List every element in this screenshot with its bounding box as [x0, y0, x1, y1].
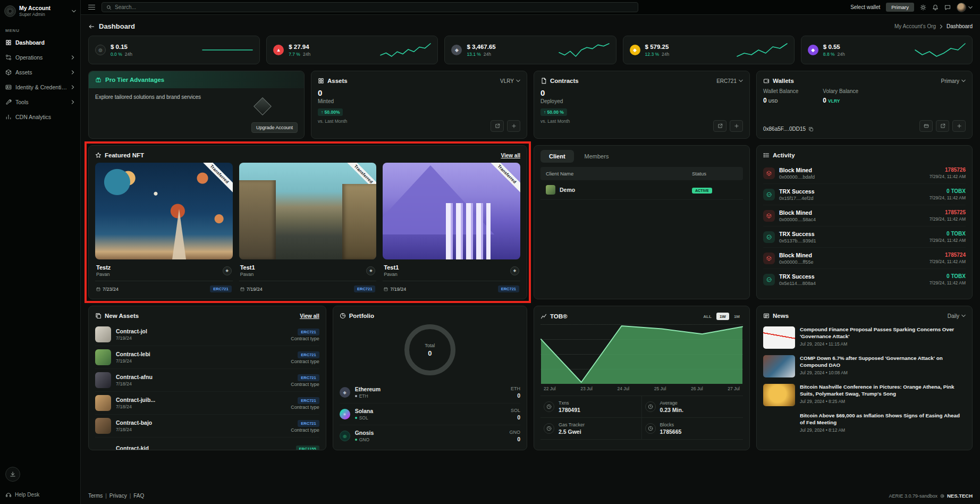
sidebar-item-dashboard[interactable]: Dashboard — [0, 35, 80, 50]
contracts-add-button[interactable] — [730, 120, 743, 132]
block-mined-icon — [763, 253, 775, 264]
wallet-filter-dropdown[interactable]: Primary — [941, 78, 966, 84]
ticker-polygon[interactable]: ◆ $ 0.55 8.8 %24h — [801, 36, 973, 64]
assets-card: Assets VLRY 0 Minted ↑ 50.00% vs. Last M… — [311, 71, 527, 139]
range-1w-button[interactable]: 1W — [716, 313, 729, 320]
breadcrumb-org[interactable]: My Account's Org — [894, 23, 936, 29]
nft-standard-badge: ERC721 — [354, 285, 375, 292]
nft-card[interactable]: Transferred Testz Pavan ◆ — [95, 163, 233, 292]
activity-value: 0 TOBX — [930, 188, 966, 194]
ticker-bnb[interactable]: ◆ $ 579.25 12.3 %24h — [623, 36, 795, 64]
activity-row[interactable]: Block Mined0x00000....58ac4 17857257/29/… — [763, 205, 966, 226]
ticker-ethereum[interactable]: ◆ $ 3,467.65 13.1 %24h — [444, 36, 616, 64]
upgrade-account-button[interactable]: Upgrade Account — [251, 122, 298, 133]
new-asset-row[interactable]: Contract-juib...7/18/24 ERC721Contract t… — [95, 392, 319, 415]
sidebar-item-identity-credentials[interactable]: Identity & Credentials — [0, 80, 80, 95]
card-title: Portfolio — [349, 313, 374, 319]
bottom-row: New Assets View all Contract-jol7/19/24 … — [88, 306, 973, 450]
sidebar-item-operations[interactable]: Operations — [0, 50, 80, 65]
news-item[interactable]: COMP Down 6.7% after Supposed 'Governanc… — [763, 352, 966, 381]
nft-card[interactable]: Transferred Test1 Pavan ◆ — [239, 163, 377, 292]
wallet-open-button[interactable] — [936, 120, 949, 132]
activity-row[interactable]: TRX Success0x15f17....4ef2d 0 TOBX7/29/2… — [763, 184, 966, 205]
tab-members[interactable]: Members — [576, 150, 618, 163]
range-all-button[interactable]: ALL — [700, 313, 715, 320]
wallet-card-button[interactable] — [919, 120, 933, 132]
wallet-add-button[interactable] — [952, 120, 966, 132]
assets-add-button[interactable] — [507, 120, 520, 132]
news-item[interactable]: Bitcoin Above $69,000 as Inflation Shows… — [763, 409, 966, 438]
asset-name: Solana — [355, 408, 373, 414]
client-table-row[interactable]: Demo ACTIVE — [540, 180, 743, 200]
back-arrow-icon[interactable] — [88, 23, 95, 30]
activity-row[interactable]: TRX Success0x5e114....808a4 0 TOBX7/29/2… — [763, 269, 966, 290]
chevron-down-icon — [739, 79, 743, 83]
new-assets-card: New Assets View all Contract-jol7/19/24 … — [88, 306, 326, 450]
theme-toggle-icon[interactable] — [920, 4, 926, 11]
activity-row[interactable]: Block Mined0x00000....bdafd 17857267/29/… — [763, 163, 966, 184]
asset-thumbnail — [95, 326, 111, 342]
asset-amount: 0 — [509, 436, 520, 442]
wallet-balance-label: Wallet Balance — [763, 88, 798, 94]
activity-row[interactable]: Block Mined0x00000....ff55e 17857247/29/… — [763, 248, 966, 269]
sidebar-item-tools[interactable]: Tools — [0, 95, 80, 110]
asset-date: 7/18/24 — [116, 381, 153, 387]
wallet-selector-button[interactable]: Primary — [886, 3, 914, 12]
sidebar-item-assets[interactable]: Assets — [0, 65, 80, 80]
activity-datetime: 7/29/24, 11:42 AM — [930, 174, 966, 179]
asset-thumbnail — [95, 395, 111, 411]
account-switcher[interactable]: My Account Super Admin — [0, 0, 80, 22]
sidebar-item-cdn-analytics[interactable]: CDN Analytics — [0, 110, 80, 124]
sparkline-chart — [380, 42, 431, 58]
tab-client[interactable]: Client — [540, 150, 574, 163]
new-assets-view-all-link[interactable]: View all — [300, 313, 319, 319]
news-filter-dropdown[interactable]: Daily — [948, 313, 966, 319]
pro-tier-title: Pro Tier Advantages — [105, 77, 164, 83]
trx-success-icon — [763, 231, 775, 243]
asset-thumbnail — [95, 441, 111, 450]
clock-icon — [648, 426, 653, 431]
asset-filter-dropdown[interactable]: VLRY — [500, 78, 520, 84]
search-input[interactable] — [115, 4, 633, 10]
nft-grid: Transferred Testz Pavan ◆ — [95, 163, 520, 292]
new-asset-row[interactable]: Contract-kid ERC1155 — [95, 438, 319, 450]
contracts-open-button[interactable] — [713, 120, 726, 132]
ticker-volary[interactable]: ◍ $ 0.15 0.0 %24h — [88, 36, 260, 64]
news-item[interactable]: Bitcoin Nashville Conference in Pictures… — [763, 381, 966, 409]
chevron-right-icon — [71, 70, 75, 74]
new-asset-row[interactable]: Contract-afnu7/18/24 ERC721Contract type — [95, 369, 319, 392]
new-asset-row[interactable]: Contract-bajo7/18/24 ERC721Contract type — [95, 415, 319, 438]
activity-title: Block Mined — [779, 252, 813, 258]
menu-toggle-icon[interactable] — [88, 5, 95, 10]
notifications-icon[interactable] — [932, 4, 939, 11]
contract-filter-dropdown[interactable]: ERC721 — [716, 78, 743, 84]
ticker-period: 24h — [662, 52, 669, 57]
news-item[interactable]: Compound Finance Proposal Passes Sparkin… — [763, 323, 966, 352]
chat-icon[interactable] — [944, 4, 951, 11]
terms-link[interactable]: Terms — [88, 493, 103, 499]
faq-link[interactable]: FAQ — [133, 493, 144, 499]
ticker-period: 24h — [125, 52, 132, 57]
search-bar[interactable] — [102, 2, 638, 12]
portfolio-row: ◆ EthereumETH ETH0 — [340, 382, 520, 404]
copy-icon[interactable] — [808, 127, 814, 132]
activity-row[interactable]: TRX Success0x5137b....939d1 0 TOBX7/29/2… — [763, 226, 966, 248]
tob-area-chart — [540, 324, 743, 384]
privacy-link[interactable]: Privacy — [109, 493, 127, 499]
download-button[interactable] — [5, 467, 20, 482]
range-1m-button[interactable]: 1M — [731, 313, 743, 320]
activity-datetime: 7/29/24, 11:42 AM — [930, 259, 966, 264]
ticker-avalanche[interactable]: ▲ $ 27.94 7.7 %24h — [266, 36, 438, 64]
new-asset-row[interactable]: Contract-lebi7/19/24 ERC721Contract type — [95, 346, 319, 369]
card-title: Contracts — [550, 78, 579, 84]
asset-amount: 0 — [511, 392, 520, 399]
nft-card[interactable]: Transferred Test1 Pavan ◆ — [383, 163, 520, 292]
assets-open-button[interactable] — [491, 120, 504, 132]
contracts-deployed-value: 0 — [540, 88, 743, 97]
activity-value: 0 TOBX — [930, 273, 966, 279]
help-desk-button[interactable]: Help Desk — [0, 485, 80, 504]
new-asset-row[interactable]: Contract-jol7/19/24 ERC721Contract type — [95, 323, 319, 346]
volary-balance-unit: VLRY — [828, 98, 840, 104]
nft-view-all-link[interactable]: View all — [501, 153, 520, 158]
user-menu[interactable] — [957, 3, 973, 12]
